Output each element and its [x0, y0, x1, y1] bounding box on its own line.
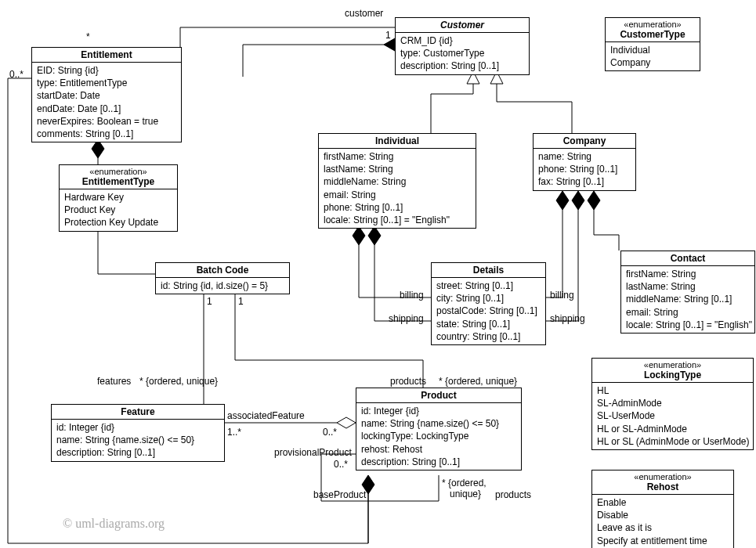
- name: CustomerType: [620, 29, 685, 40]
- label-zero-many: 0..*: [9, 69, 24, 80]
- stereotype: «enumeration»: [610, 20, 695, 29]
- name: Rehost: [647, 481, 679, 492]
- attr: description: String [0..1]: [361, 456, 516, 468]
- attr: Protection Key Update: [64, 216, 172, 229]
- class-entitlement: Entitlement EID: String {id} type: Entit…: [31, 47, 182, 142]
- attr: comments: String [0..1]: [37, 128, 176, 140]
- label-provisional: provisionalProduct: [274, 447, 352, 458]
- attr: startDate: Date: [37, 89, 176, 102]
- attr: phone: String [0..1]: [324, 201, 471, 214]
- attr: CRM_ID {id}: [400, 34, 524, 47]
- attr: firstName: String: [324, 150, 471, 163]
- stereotype: «enumeration»: [597, 360, 748, 370]
- class-body: Enable Disable Leave as it is Specify at…: [592, 495, 733, 548]
- attr: description: String [0..1]: [56, 446, 219, 459]
- attr: Enable: [597, 496, 729, 509]
- class-body: Individual Company: [606, 42, 700, 70]
- class-company: Company name: String phone: String [0..1…: [533, 133, 636, 191]
- attr: id: Integer {id}: [56, 421, 219, 434]
- attr: EID: String {id}: [37, 64, 176, 77]
- class-body: street: String [0..1] city: String [0..1…: [432, 278, 545, 344]
- attr: endDate: Date [0..1]: [37, 103, 176, 115]
- label-one: 1: [385, 30, 391, 41]
- class-title: Company: [534, 134, 635, 149]
- class-title: «enumeration» EntitlementType: [60, 165, 177, 189]
- class-body: EID: String {id} type: EntitlementType s…: [32, 63, 181, 142]
- svg-marker-43: [337, 417, 356, 428]
- class-title: Customer: [396, 18, 529, 33]
- class-body: firstName: String lastName: String middl…: [621, 266, 754, 333]
- label-zero-many3: 0..*: [334, 459, 348, 470]
- class-body: name: String phone: String [0..1] fax: S…: [534, 149, 635, 190]
- attr: rehost: Rehost: [361, 443, 516, 456]
- class-body: HL SL-AdminMode SL-UserMode HL or SL-Adm…: [592, 383, 753, 449]
- attr: Leave as it is: [597, 521, 729, 534]
- class-body: id: Integer {id} name: String {name.size…: [52, 420, 224, 461]
- class-product: Product id: Integer {id} name: String {n…: [356, 388, 522, 470]
- stereotype: «enumeration»: [597, 472, 729, 481]
- attr: HL or SL (AdminMode or UserMode): [597, 435, 748, 448]
- class-body: id: String {id, id.size() = 5}: [156, 278, 289, 294]
- attr: street: String [0..1]: [436, 279, 541, 292]
- class-details: Details street: String [0..1] city: Stri…: [431, 262, 546, 345]
- attr: Specify at entitlement time: [597, 535, 729, 547]
- label-ordered3: * {ordered, unique}: [442, 478, 487, 499]
- attr: locale: String [0..1] = "English": [324, 214, 471, 226]
- label-assoc-feature: associatedFeature: [227, 410, 305, 421]
- label-zero-many2: 0..*: [323, 427, 337, 438]
- attr: Individual: [610, 44, 695, 56]
- svg-marker-20: [556, 191, 569, 210]
- attr: SL-UserMode: [597, 409, 748, 422]
- class-customer: Customer CRM_ID {id} type: CustomerType …: [395, 17, 530, 75]
- attr: fax: String [0..1]: [538, 175, 631, 188]
- label-features: features: [97, 376, 131, 387]
- attr: Hardware Key: [64, 191, 172, 204]
- attr: email: String: [626, 306, 750, 319]
- attr: Product Key: [64, 204, 172, 216]
- attr: lastName: String: [324, 163, 471, 175]
- class-rehost: «enumeration» Rehost Enable Disable Leav…: [591, 470, 734, 548]
- attr: lockingType: LockingType: [361, 430, 516, 442]
- label-one-b: 1: [207, 296, 212, 307]
- class-title: Details: [432, 263, 545, 278]
- uml-diagram: Entitlement EID: String {id} type: Entit…: [0, 0, 756, 548]
- class-individual: Individual firstName: String lastName: S…: [318, 133, 476, 229]
- attr: id: Integer {id}: [361, 405, 516, 417]
- class-title: «enumeration» LockingType: [592, 359, 753, 383]
- label-products2: products: [495, 489, 531, 500]
- label-products: products: [390, 376, 426, 387]
- class-contact: Contact firstName: String lastName: Stri…: [620, 251, 755, 333]
- class-title: Contact: [621, 251, 754, 266]
- name: LockingType: [644, 370, 701, 380]
- stereotype: «enumeration»: [64, 167, 172, 176]
- label-one-c: 1: [238, 296, 244, 307]
- attr: Company: [610, 56, 695, 69]
- label-shipping-l: shipping: [389, 313, 424, 324]
- label-customer: customer: [345, 8, 383, 19]
- label-billing-r: billing: [550, 290, 574, 301]
- attr: middleName: String [0..1]: [626, 293, 750, 305]
- svg-marker-17: [368, 226, 381, 245]
- class-title: «enumeration» Rehost: [592, 470, 733, 495]
- watermark: © uml-diagrams.org: [63, 517, 165, 531]
- attr: lastName: String: [626, 280, 750, 293]
- class-body: firstName: String lastName: String middl…: [319, 149, 476, 228]
- class-title: Batch Code: [156, 263, 289, 278]
- attr: Disable: [597, 509, 729, 521]
- label-shipping-r: shipping: [550, 313, 585, 324]
- label-star: *: [86, 31, 90, 42]
- class-title: «enumeration» CustomerType: [606, 18, 700, 42]
- class-title: Product: [356, 388, 521, 403]
- svg-marker-14: [353, 226, 365, 245]
- class-feature: Feature id: Integer {id} name: String {n…: [51, 404, 225, 462]
- attr: id: String {id, id.size() = 5}: [161, 279, 284, 292]
- label-base-product: baseProduct: [313, 489, 366, 500]
- attr: name: String {name.size() <= 50}: [361, 417, 516, 430]
- label-ordered1: * {ordered, unique}: [139, 376, 218, 387]
- class-title: Entitlement: [32, 48, 181, 63]
- label-billing-l: billing: [400, 290, 424, 301]
- attr: HL or SL-AdminMode: [597, 423, 748, 435]
- attr: city: String [0..1]: [436, 292, 541, 305]
- attr: postalCode: String [0..1]: [436, 305, 541, 317]
- label-one-many: 1..*: [227, 427, 241, 438]
